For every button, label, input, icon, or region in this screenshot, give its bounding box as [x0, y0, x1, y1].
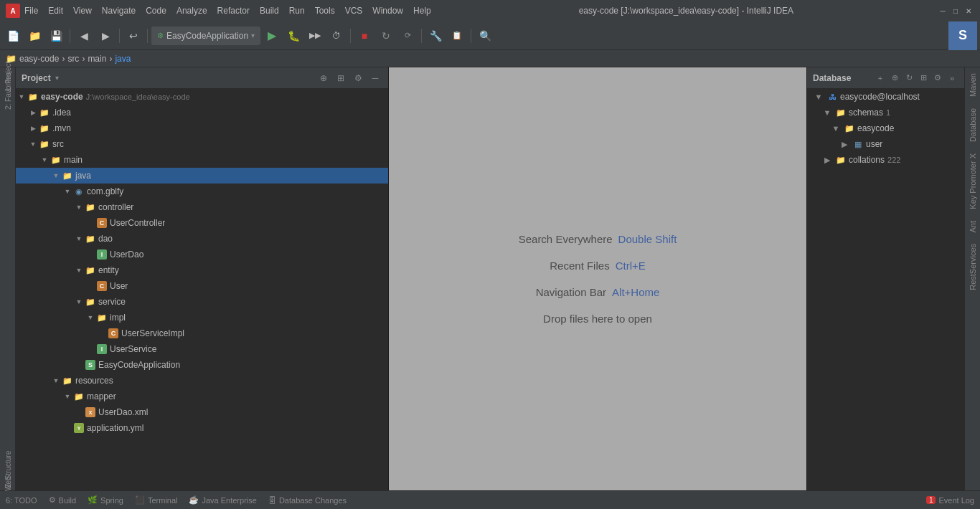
tree-easycodeapp[interactable]: ▶ S EasyCodeApplication — [16, 357, 388, 373]
maximize-button[interactable]: □ — [950, 5, 961, 16]
breadcrumb-src[interactable]: src — [67, 54, 79, 64]
tree-userserviceimpl[interactable]: ▶ C UserServiceImpl — [16, 325, 388, 341]
menu-edit[interactable]: Edit — [44, 4, 67, 17]
root-folder-icon: 📁 — [27, 91, 39, 103]
save-button[interactable]: 💾 — [46, 26, 66, 46]
stop-button[interactable]: ■ — [354, 26, 374, 46]
settings-button[interactable]: 🔧 — [425, 26, 446, 46]
db-connection[interactable]: ▼ 🖧 easycode@localhost — [807, 89, 964, 105]
debug-button[interactable]: 🐛 — [283, 26, 303, 46]
panel-gear-button[interactable]: ⚙ — [351, 71, 365, 85]
db-copy-button[interactable]: ⊕ — [888, 72, 901, 85]
statusbar-todo[interactable]: 6: TODO — [6, 496, 37, 505]
db-schemas[interactable]: ▼ 📁 schemas 1 — [807, 105, 964, 120]
menu-refactor[interactable]: Refactor — [213, 4, 254, 17]
tree-mvn[interactable]: ▶ 📁 .mvn — [16, 120, 388, 136]
tree-userdao-xml[interactable]: ▶ X UserDao.xml — [16, 404, 388, 420]
run-config-selector[interactable]: ⚙ EasyCodeApplication ▾ — [151, 27, 260, 45]
menu-navigate[interactable]: Navigate — [98, 4, 140, 17]
left-strip-structure[interactable]: Z: Structure — [1, 463, 14, 476]
menu-run[interactable]: Run — [285, 4, 309, 17]
menu-file[interactable]: File — [20, 4, 42, 17]
left-strip-web[interactable]: Web — [1, 477, 14, 490]
tree-controller[interactable]: ▼ 📁 controller — [16, 199, 388, 215]
back-button[interactable]: ◀ — [74, 26, 94, 46]
tree-mapper[interactable]: ▼ 📁 mapper — [16, 389, 388, 404]
forward-button[interactable]: ▶ — [95, 26, 116, 46]
statusbar-event-log[interactable]: 1 Event Log — [926, 496, 974, 505]
reload-button[interactable]: ↻ — [376, 26, 396, 46]
right-strip-ant[interactable]: Ant — [966, 215, 980, 239]
menu-window[interactable]: Window — [368, 4, 407, 17]
tree-userdao[interactable]: ▶ I UserDao — [16, 247, 388, 262]
db-add-button[interactable]: + — [874, 72, 887, 85]
tree-java[interactable]: ▼ 📁 java — [16, 168, 388, 184]
menu-tools[interactable]: Tools — [311, 4, 339, 17]
menu-build[interactable]: Build — [255, 4, 283, 17]
hint-dropfiles: Drop files here to open — [543, 313, 652, 325]
user-class-c-icon: C — [97, 281, 107, 291]
db-more-button[interactable]: ⚙ — [931, 72, 944, 85]
db-collations[interactable]: ▶ 📁 collations 222 — [807, 152, 964, 168]
panel-settings-button[interactable]: ⊞ — [334, 71, 348, 85]
tree-src[interactable]: ▼ 📁 src — [16, 136, 388, 152]
right-strip-database[interactable]: Database — [966, 103, 980, 148]
tree-idea[interactable]: ▶ 📁 .idea — [16, 105, 388, 120]
db-refresh-button[interactable]: ↻ — [903, 72, 915, 85]
db-schemas-icon: 📁 — [835, 107, 847, 118]
panel-close-button[interactable]: ─ — [368, 71, 382, 85]
db-user-table[interactable]: ▶ ▦ user — [807, 136, 964, 152]
project-dropdown-icon[interactable]: ▾ — [55, 74, 59, 82]
tree-package[interactable]: ▼ ◉ com.gblfy — [16, 184, 388, 199]
reload2-button[interactable]: ⟳ — [397, 26, 418, 46]
settings2-button[interactable]: 📋 — [447, 26, 467, 46]
tree-application-yml[interactable]: ▶ Y application.yml — [16, 420, 388, 436]
right-strip-maven[interactable]: Maven — [966, 67, 980, 103]
open-button[interactable]: 📁 — [24, 26, 44, 46]
tree-impl[interactable]: ▼ 📁 impl — [16, 310, 388, 325]
search-everywhere-button[interactable]: 🔍 — [475, 26, 495, 46]
right-strip-keypromoter[interactable]: Key Promoter X — [966, 148, 980, 215]
locate-button[interactable]: ⊕ — [316, 71, 331, 85]
menu-view[interactable]: View — [69, 4, 96, 17]
tree-service[interactable]: ▼ 📁 service — [16, 294, 388, 310]
minimize-button[interactable]: ─ — [937, 5, 948, 16]
db-schema-easycode[interactable]: ▼ 📁 easycode — [807, 120, 964, 136]
menu-vcs[interactable]: VCS — [341, 4, 367, 17]
tree-userservice[interactable]: ▶ I UserService — [16, 341, 388, 357]
tree-dao[interactable]: ▼ 📁 dao — [16, 231, 388, 247]
new-file-button[interactable]: 📄 — [3, 26, 23, 46]
menu-analyze[interactable]: Analyze — [172, 4, 212, 17]
tree-entity[interactable]: ▼ 📁 entity — [16, 262, 388, 278]
profile-button[interactable]: ⏱ — [326, 26, 347, 46]
db-settings-button[interactable]: ⊞ — [917, 72, 930, 85]
db-expand-button[interactable]: » — [946, 72, 958, 85]
left-strip-favorites[interactable]: 2: Favorites — [1, 85, 14, 97]
easycodeapp-springboot-icon: S — [85, 360, 95, 370]
coverage-button[interactable]: ▶▶ — [305, 26, 325, 46]
statusbar-spring[interactable]: 🌿 Spring — [88, 495, 123, 505]
hint-search-text: Search Everywhere — [519, 233, 613, 245]
breadcrumb-java[interactable]: java — [115, 54, 131, 64]
statusbar-db-changes[interactable]: 🗄 Database Changes — [268, 496, 347, 505]
database-tree[interactable]: ▼ 🖧 easycode@localhost ▼ 📁 schemas 1 ▼ 📁… — [807, 89, 964, 490]
tree-main[interactable]: ▼ 📁 main — [16, 152, 388, 168]
tree-user[interactable]: ▶ C User — [16, 278, 388, 294]
tree-resources[interactable]: ▼ 📁 resources — [16, 373, 388, 389]
spring-icon: 🌿 — [88, 495, 98, 505]
statusbar-terminal[interactable]: ⬛ Terminal — [135, 495, 178, 505]
tree-root[interactable]: ▼ 📁 easy-code J:\workspace_idea\easy-cod… — [16, 89, 388, 105]
project-tree[interactable]: ▼ 📁 easy-code J:\workspace_idea\easy-cod… — [16, 89, 388, 490]
statusbar-build[interactable]: ⚙ Build — [49, 495, 76, 505]
statusbar-java-enterprise[interactable]: ☕ Java Enterprise — [189, 495, 256, 505]
menu-help[interactable]: Help — [409, 4, 435, 17]
run-button[interactable]: ▶ — [262, 26, 282, 46]
menu-code[interactable]: Code — [141, 4, 171, 17]
breadcrumb-sep-2: › — [82, 54, 85, 64]
breadcrumb-main[interactable]: main — [88, 54, 106, 64]
right-strip-restservices[interactable]: RestServices — [966, 238, 980, 296]
breadcrumb-root[interactable]: easy-code — [19, 54, 59, 64]
close-button[interactable]: ✕ — [963, 5, 974, 16]
tree-usercontroller[interactable]: ▶ C UserController — [16, 215, 388, 231]
revert-button[interactable]: ↩ — [123, 26, 143, 46]
